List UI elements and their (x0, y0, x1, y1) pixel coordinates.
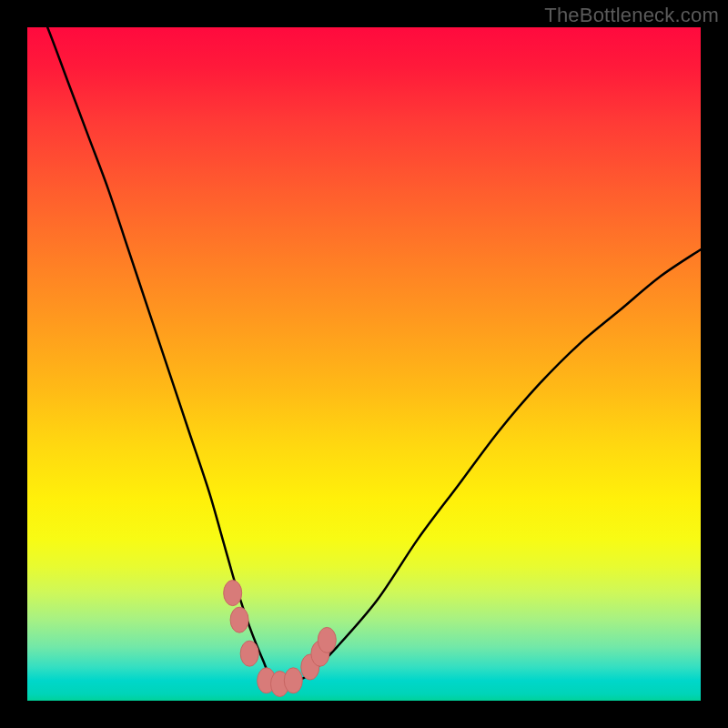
plot-area (27, 27, 701, 701)
chart-stage: TheBottleneck.com (0, 0, 728, 728)
bottleneck-curve (27, 27, 701, 682)
curve-marker (318, 627, 336, 652)
watermark-link[interactable]: TheBottleneck.com (544, 4, 719, 27)
curve-marker (224, 581, 242, 606)
curve-marker (240, 641, 258, 666)
curve-markers (224, 581, 337, 697)
chart-svg (27, 27, 701, 701)
curve-marker (230, 607, 248, 632)
curve-marker (284, 668, 302, 693)
